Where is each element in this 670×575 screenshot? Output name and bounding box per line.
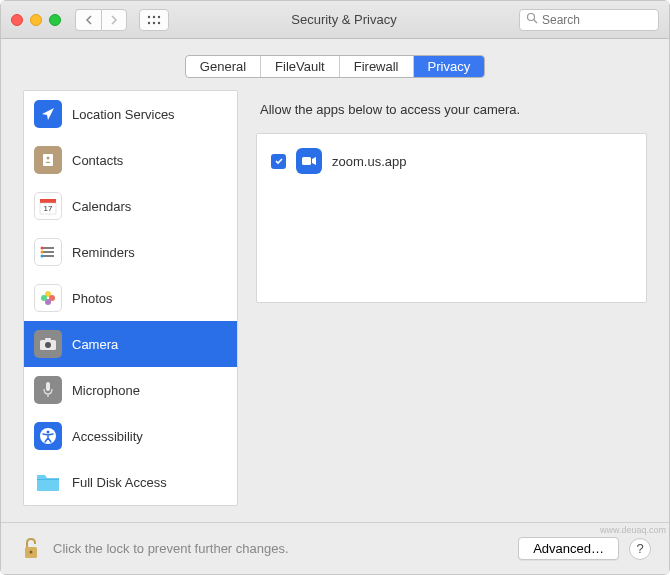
app-row: zoom.us.app <box>257 140 646 182</box>
sidebar-item-location[interactable]: Location Services <box>24 91 237 137</box>
search-icon <box>526 12 538 27</box>
svg-point-25 <box>45 342 51 348</box>
close-button[interactable] <box>11 14 23 26</box>
sidebar-item-label: Accessibility <box>72 429 143 444</box>
search-input[interactable] <box>542 13 652 27</box>
svg-point-3 <box>148 21 150 23</box>
svg-rect-24 <box>45 338 51 341</box>
preferences-window: Security & Privacy General FileVault Fir… <box>0 0 670 575</box>
footer: Click the lock to prevent further change… <box>1 522 669 574</box>
svg-point-1 <box>153 15 155 17</box>
sidebar-item-label: Contacts <box>72 153 123 168</box>
lock-icon[interactable] <box>19 535 43 563</box>
svg-rect-30 <box>37 479 59 480</box>
help-button[interactable]: ? <box>629 538 651 560</box>
sidebar-item-calendars[interactable]: 17 Calendars <box>24 183 237 229</box>
sidebar-item-fulldisk[interactable]: Full Disk Access <box>24 459 237 505</box>
reminders-icon <box>34 238 62 266</box>
svg-point-17 <box>41 251 44 254</box>
svg-point-34 <box>30 550 33 553</box>
svg-point-22 <box>41 295 47 301</box>
app-list: zoom.us.app <box>256 133 647 303</box>
camera-icon <box>34 330 62 358</box>
tab-general[interactable]: General <box>186 56 261 77</box>
folder-icon <box>34 468 62 496</box>
svg-point-2 <box>158 15 160 17</box>
microphone-icon <box>34 376 62 404</box>
svg-point-29 <box>47 431 50 434</box>
tab-firewall[interactable]: Firewall <box>340 56 414 77</box>
sidebar-item-camera[interactable]: Camera <box>24 321 237 367</box>
sidebar-item-label: Photos <box>72 291 112 306</box>
tab-bar: General FileVault Firewall Privacy <box>1 39 669 90</box>
zoom-app-icon <box>296 148 322 174</box>
minimize-button[interactable] <box>30 14 42 26</box>
svg-point-18 <box>41 255 44 258</box>
tab-privacy[interactable]: Privacy <box>414 56 485 77</box>
privacy-sidebar: Location Services Contacts 17 Calendars … <box>23 90 238 506</box>
contacts-icon <box>34 146 62 174</box>
show-all-button[interactable] <box>139 9 169 31</box>
nav-buttons <box>75 9 127 31</box>
sidebar-item-microphone[interactable]: Microphone <box>24 367 237 413</box>
svg-rect-26 <box>46 382 50 391</box>
zoom-button[interactable] <box>49 14 61 26</box>
search-field[interactable] <box>519 9 659 31</box>
sidebar-item-label: Calendars <box>72 199 131 214</box>
svg-point-4 <box>153 21 155 23</box>
accessibility-icon <box>34 422 62 450</box>
watermark: www.deuaq.com <box>600 525 666 535</box>
app-checkbox[interactable] <box>271 154 286 169</box>
sidebar-item-label: Location Services <box>72 107 175 122</box>
panel-description: Allow the apps below to access your came… <box>256 90 647 133</box>
tab-filevault[interactable]: FileVault <box>261 56 340 77</box>
svg-point-6 <box>528 14 535 21</box>
svg-rect-10 <box>40 199 56 203</box>
app-name: zoom.us.app <box>332 154 406 169</box>
main-panel: Allow the apps below to access your came… <box>256 90 647 506</box>
sidebar-item-label: Full Disk Access <box>72 475 167 490</box>
sidebar-item-contacts[interactable]: Contacts <box>24 137 237 183</box>
svg-point-0 <box>148 15 150 17</box>
svg-point-5 <box>158 21 160 23</box>
sidebar-item-label: Camera <box>72 337 118 352</box>
svg-text:17: 17 <box>44 204 53 213</box>
location-icon <box>34 100 62 128</box>
back-button[interactable] <box>75 9 101 31</box>
sidebar-item-accessibility[interactable]: Accessibility <box>24 413 237 459</box>
calendar-icon: 17 <box>34 192 62 220</box>
photos-icon <box>34 284 62 312</box>
sidebar-item-reminders[interactable]: Reminders <box>24 229 237 275</box>
svg-rect-8 <box>43 154 53 166</box>
advanced-button[interactable]: Advanced… <box>518 537 619 560</box>
sidebar-item-label: Microphone <box>72 383 140 398</box>
forward-button[interactable] <box>101 9 127 31</box>
svg-point-9 <box>47 157 50 160</box>
svg-rect-31 <box>302 157 311 165</box>
lock-text: Click the lock to prevent further change… <box>53 541 508 556</box>
sidebar-item-label: Reminders <box>72 245 135 260</box>
svg-line-7 <box>534 20 537 23</box>
svg-point-16 <box>41 247 44 250</box>
window-controls <box>11 14 61 26</box>
content-area: Location Services Contacts 17 Calendars … <box>1 90 669 522</box>
sidebar-item-photos[interactable]: Photos <box>24 275 237 321</box>
titlebar: Security & Privacy <box>1 1 669 39</box>
window-title: Security & Privacy <box>177 12 511 27</box>
